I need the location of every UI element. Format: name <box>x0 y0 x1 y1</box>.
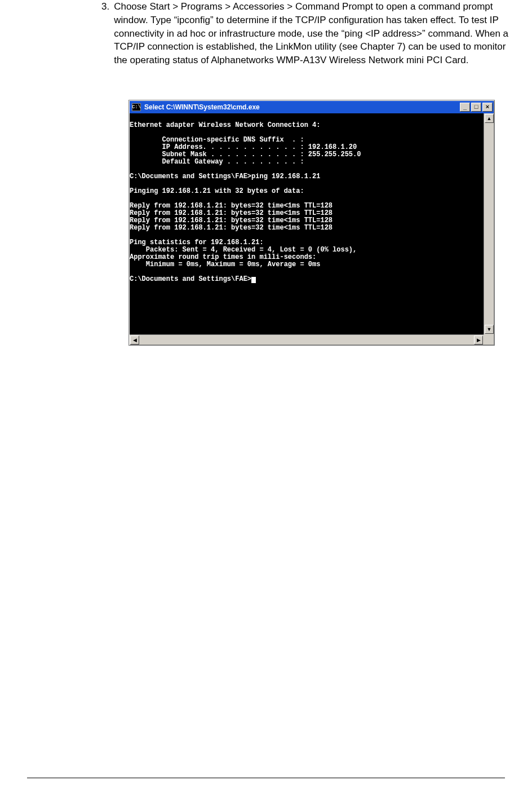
window-title: Select C:\WINNT\System32\cmd.exe <box>144 103 456 112</box>
step-number: 3. <box>101 0 109 67</box>
cursor <box>251 277 256 283</box>
scroll-down-button[interactable]: ▼ <box>485 325 494 334</box>
command-prompt-window: C:\ Select C:\WINNT\System32\cmd.exe _ □… <box>128 100 495 346</box>
footer-divider <box>27 778 505 778</box>
client-area: Ethernet adapter Wireless Network Connec… <box>130 113 494 345</box>
cmd-icon: C:\ <box>132 103 141 111</box>
scroll-right-button[interactable]: ▶ <box>474 336 483 345</box>
horizontal-scrollbar[interactable]: ◀ ▶ <box>130 334 484 345</box>
size-grip[interactable] <box>484 334 494 345</box>
scroll-up-button[interactable]: ▲ <box>485 114 494 123</box>
maximize-button[interactable]: □ <box>471 103 481 112</box>
minimize-button[interactable]: _ <box>460 103 470 112</box>
terminal-text: Ethernet adapter Wireless Network Connec… <box>130 121 361 283</box>
step-text: Choose Start > Programs > Accessories > … <box>114 0 521 67</box>
vertical-scrollbar[interactable]: ▲ ▼ <box>484 113 494 334</box>
close-button[interactable]: × <box>482 103 493 112</box>
scroll-left-button[interactable]: ◀ <box>130 336 139 345</box>
title-bar[interactable]: C:\ Select C:\WINNT\System32\cmd.exe _ □… <box>130 101 494 113</box>
terminal-output[interactable]: Ethernet adapter Wireless Network Connec… <box>130 113 484 334</box>
step-3: 3. Choose Start > Programs > Accessories… <box>101 0 521 67</box>
